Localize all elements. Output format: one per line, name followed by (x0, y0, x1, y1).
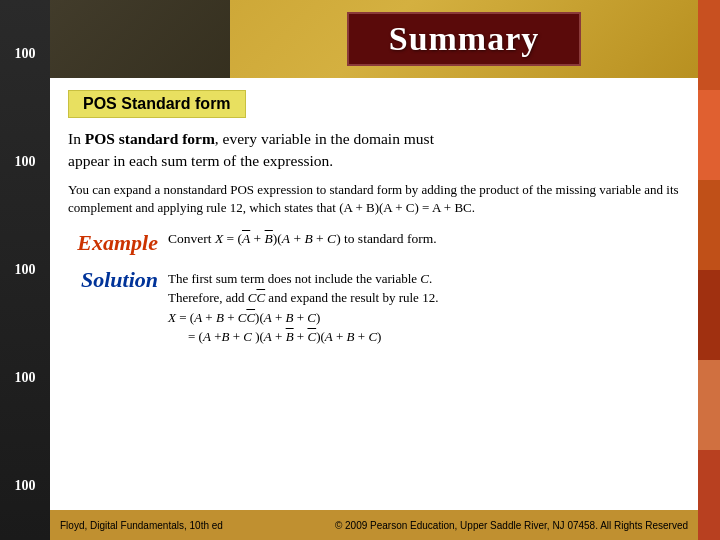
bold-pos: POS standard form (85, 130, 215, 147)
right-strip-seg-2 (698, 90, 720, 180)
sol-eq1: X (168, 310, 176, 325)
right-strip (698, 0, 720, 540)
example-math: X (215, 231, 223, 246)
left-number-1: 100 (15, 46, 36, 62)
right-strip-seg-5 (698, 360, 720, 450)
sol-a3: A (203, 329, 211, 344)
left-number-3: 100 (15, 262, 36, 278)
main-content-area: POS Standard form In POS standard form, … (50, 78, 698, 510)
sol-c3: C (243, 329, 252, 344)
title-banner: Summary (230, 0, 698, 78)
left-number-2: 100 (15, 154, 36, 170)
sol-a4: A (264, 329, 272, 344)
sol-b2: B (286, 310, 294, 325)
main-paragraph: In POS standard form, every variable in … (68, 128, 680, 173)
sol-c5: C (368, 329, 377, 344)
right-strip-seg-6 (698, 450, 720, 540)
sol-cbar1: C (246, 310, 255, 325)
footer-right-text: © 2009 Pearson Education, Upper Saddle R… (335, 520, 688, 531)
footer: Floyd, Digital Fundamentals, 10th ed © 2… (50, 510, 698, 540)
sol-c-bar: C (256, 290, 265, 305)
title-box: Summary (347, 12, 582, 66)
right-strip-seg-1 (698, 0, 720, 90)
sol-c4bar: C (307, 329, 316, 344)
pos-label: POS Standard form (68, 90, 246, 118)
top-left-decoration (50, 0, 230, 78)
sol-b1: B (216, 310, 224, 325)
left-strip: 100 100 100 100 100 (0, 0, 50, 540)
var-b2: B (304, 231, 312, 246)
page-title: Summary (389, 20, 540, 57)
sol-b4bar: B (286, 329, 294, 344)
right-strip-seg-4 (698, 270, 720, 360)
example-label: Example (68, 229, 158, 258)
solution-content: The first sum term does not include the … (168, 269, 680, 347)
left-number-4: 100 (15, 370, 36, 386)
right-strip-seg-3 (698, 180, 720, 270)
section-label: POS Standard form (68, 90, 680, 128)
sol-b5: B (347, 329, 355, 344)
sol-a2: A (264, 310, 272, 325)
example-row: Example Convert X = (A + B)(A + B + C) t… (68, 229, 680, 258)
sol-a5: A (325, 329, 333, 344)
sol-a1: A (194, 310, 202, 325)
footer-left-text: Floyd, Digital Fundamentals, 10th ed (60, 520, 223, 531)
sol-b3: B (221, 329, 229, 344)
var-b-bar: B (265, 231, 273, 246)
solution-row: Solution The first sum term does not inc… (68, 266, 680, 347)
sol-var-c: C (420, 271, 429, 286)
solution-label: Solution (68, 266, 158, 295)
var-a-bar: A (242, 231, 250, 246)
var-a2: A (282, 231, 290, 246)
sub-paragraph: You can expand a nonstandard POS express… (68, 181, 680, 217)
sol-eq2: = (A +B + C )(A + B + C)(A + B + C) (188, 329, 381, 344)
left-number-5: 100 (15, 478, 36, 494)
sol-c2: C (307, 310, 316, 325)
var-c: C (327, 231, 336, 246)
example-content: Convert X = (A + B)(A + B + C) to standa… (168, 229, 680, 249)
